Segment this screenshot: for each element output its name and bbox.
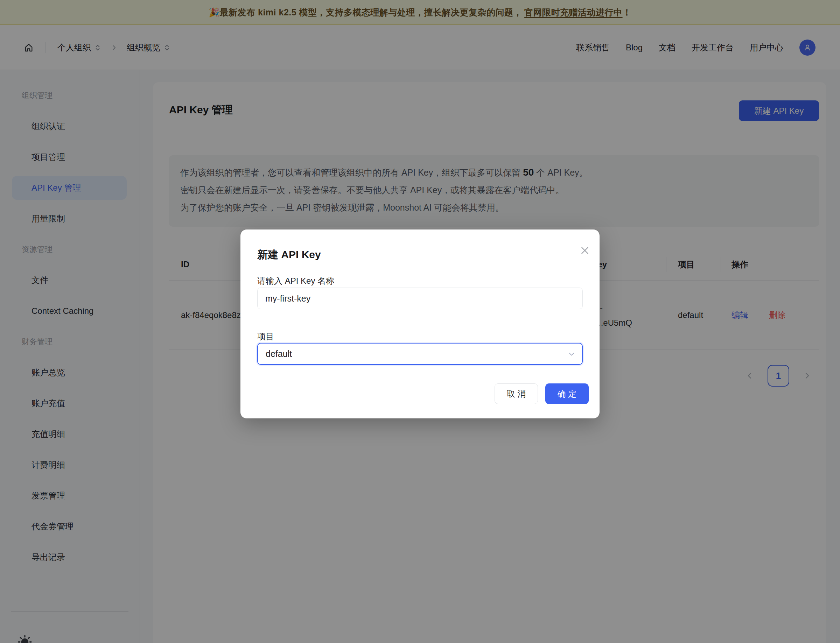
project-select-value: default	[266, 349, 292, 359]
modal-title: 新建 API Key	[257, 248, 321, 262]
project-label: 项目	[257, 331, 274, 342]
api-key-name-input[interactable]	[257, 287, 583, 309]
confirm-button[interactable]: 确 定	[545, 384, 589, 404]
project-select[interactable]: default	[257, 343, 583, 365]
close-icon[interactable]	[580, 246, 590, 255]
chevron-down-icon	[567, 350, 576, 358]
api-key-name-label: 请输入 API Key 名称	[257, 275, 334, 287]
create-api-key-modal: 新建 API Key 请输入 API Key 名称 项目 default 取 消…	[240, 230, 600, 418]
cancel-button[interactable]: 取 消	[495, 384, 538, 404]
